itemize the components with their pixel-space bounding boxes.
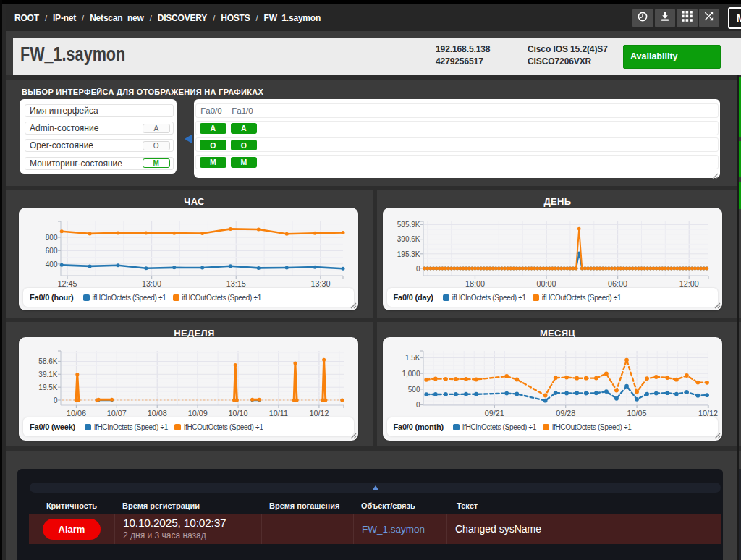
x-tick-label: 18:00 xyxy=(465,279,484,288)
y-tick-label: 585.9K xyxy=(397,221,420,229)
download-button[interactable] xyxy=(655,9,676,28)
object-model-info: Cisco IOS 15.2(4)S7 CISCO7206VXR xyxy=(528,43,608,69)
alarms-table-header: КритичностьВремя регистрацииВремя погаше… xyxy=(29,498,721,514)
resize-handle[interactable] xyxy=(350,432,357,439)
chart-legend-month: Fa0/0 (month)ifHCInOctets (Speed) ÷1ifHC… xyxy=(387,417,719,436)
y-tick-label: 390.6K xyxy=(397,235,420,243)
legend-series-label: ifHCOutOctets (Speed) ÷1 xyxy=(552,423,631,431)
clock-icon xyxy=(637,11,648,25)
y-tick-label: 0 xyxy=(415,401,420,409)
interface-state-row: OO xyxy=(195,137,719,152)
resize-handle[interactable] xyxy=(711,169,719,177)
chart-card-month: 05001,0001.5K09/2109/2810/0510/12Fa0/0 (… xyxy=(383,337,723,441)
legend-series-label: ifHCOutOctets (Speed) ÷1 xyxy=(542,294,621,302)
y-tick-label: 600 xyxy=(46,247,58,255)
interface-state-row: MM xyxy=(195,155,719,169)
alarm-object-link[interactable]: FW_1.saymon xyxy=(362,524,425,535)
x-tick-label: 06:00 xyxy=(608,279,627,288)
chart-title-day: ДЕНЬ xyxy=(544,196,572,207)
dashboard-grid-button[interactable] xyxy=(677,9,698,28)
alarm-row[interactable]: Alarm10.10.2025, 10:02:372 дня и 3 часа … xyxy=(29,514,721,544)
breadcrumb-item-ip-net[interactable]: IP-net xyxy=(53,13,76,23)
x-tick-label: 13:15 xyxy=(226,279,246,288)
breadcrumb-separator: / xyxy=(82,14,84,22)
alarm-registered-time: 10.10.2025, 10:02:37 xyxy=(123,517,261,530)
breadcrumb: ROOT/IP-net/Netscan_new/DISCOVERY/HOSTS/… xyxy=(14,4,321,31)
legend-title: Fa0/0 (month) xyxy=(394,423,444,431)
interface-state-badge-m[interactable]: M xyxy=(200,157,226,168)
interface-state-matrix: Fa0/0Fa1/0AAOOMM xyxy=(194,99,720,178)
alarm-severity-cell: Alarm xyxy=(29,514,114,544)
interface-state-badge-o[interactable]: O xyxy=(231,140,258,150)
breadcrumb-item-root[interactable]: ROOT xyxy=(14,13,39,23)
time-machine-button[interactable] xyxy=(632,9,653,28)
x-tick-label: 10/08 xyxy=(148,409,167,417)
x-tick-label: 10/07 xyxy=(107,409,127,417)
legend-series-item[interactable]: ifHCOutOctets (Speed) ÷1 xyxy=(174,423,263,431)
interface-state-badge-m[interactable]: M xyxy=(231,157,258,168)
chart-card-day: 0195.3K390.6K585.9K18:0000:0006:0012:00F… xyxy=(383,208,723,310)
availability-label: Availability xyxy=(630,51,678,61)
legend-series-swatch xyxy=(83,294,90,301)
y-tick-label: 500 xyxy=(407,386,420,394)
legend-series-swatch xyxy=(443,294,449,301)
os-version: Cisco IOS 15.2(4)S7 xyxy=(528,43,608,56)
chart-legend-day: Fa0/0 (day)ifHCInOctets (Speed) ÷1ifHCOu… xyxy=(387,288,719,307)
x-tick-label: 13:30 xyxy=(310,279,330,288)
y-tick-label: 58.6K xyxy=(38,357,57,365)
section-divider xyxy=(6,75,741,80)
x-tick-label: 13:00 xyxy=(142,279,161,288)
resize-handle[interactable] xyxy=(714,302,721,309)
legend-series-item[interactable]: ifHCOutOctets (Speed) ÷1 xyxy=(533,294,621,302)
interface-legend-label: Имя интерфейса xyxy=(30,106,98,116)
interface-legend-label: Oper-состояние xyxy=(30,140,93,150)
breadcrumb-item-netscan_new[interactable]: Netscan_new xyxy=(90,13,144,23)
availability-button[interactable]: Availability xyxy=(623,45,721,69)
legend-series-item[interactable]: ifHCInOctets (Speed) ÷1 xyxy=(443,294,526,302)
resize-handle[interactable] xyxy=(350,302,357,309)
topbar-button-group xyxy=(632,9,719,28)
breadcrumb-separator: / xyxy=(150,14,152,22)
breadcrumb-item-hosts[interactable]: HOSTS xyxy=(221,13,250,23)
x-tick-label: 10/05 xyxy=(627,409,646,417)
breadcrumb-item-discovery[interactable]: DISCOVERY xyxy=(158,13,207,23)
legend-series-item[interactable]: ifHCOutOctets (Speed) ÷1 xyxy=(173,294,261,302)
chart-legend-week: Fa0/0 (week)ifHCInOctets (Speed) ÷1ifHCO… xyxy=(23,417,354,436)
interface-legend-row: Admin-состояниеA xyxy=(25,122,174,135)
interface-state-badge-a[interactable]: A xyxy=(231,123,258,134)
page-title: FW_1.saymon xyxy=(20,43,125,66)
y-tick-label: 39.1K xyxy=(38,370,57,378)
alarm-col-header: Объект/связь xyxy=(353,498,446,514)
shuffle-button[interactable] xyxy=(699,9,720,28)
interface-legend-row: Мониторинг-состояниеM xyxy=(25,157,174,170)
interface-name-fa1-0[interactable]: Fa1/0 xyxy=(227,104,258,117)
state-type-badge-o[interactable]: O xyxy=(143,141,170,150)
interface-state-legend: Имя интерфейсаAdmin-состояниеAOper-состо… xyxy=(20,99,177,174)
chart-legend-hour: Fa0/0 (hour)ifHCInOctets (Speed) ÷1ifHCO… xyxy=(23,288,354,307)
interface-state-badge-a[interactable]: A xyxy=(200,123,226,134)
legend-series-item[interactable]: ifHCInOctets (Speed) ÷1 xyxy=(85,423,168,431)
legend-series-item[interactable]: ifHCOutOctets (Speed) ÷1 xyxy=(543,423,631,431)
interface-legend-row: Имя интерфейса xyxy=(25,104,174,117)
legend-series-item[interactable]: ifHCInOctets (Speed) ÷1 xyxy=(453,423,536,431)
x-tick-label: 09/21 xyxy=(484,409,504,417)
x-tick-label: 10/10 xyxy=(229,409,248,417)
alarm-col-header: Время регистрации xyxy=(114,498,261,514)
legend-series-label: ifHCInOctets (Speed) ÷1 xyxy=(94,423,168,431)
state-type-badge-a[interactable]: A xyxy=(143,124,170,133)
legend-series-label: ifHCOutOctets (Speed) ÷1 xyxy=(182,294,261,302)
alarms-collapse-bar[interactable] xyxy=(30,483,721,493)
breadcrumb-separator: / xyxy=(256,14,258,22)
interface-name-fa0-0[interactable]: Fa0/0 xyxy=(196,104,226,117)
state-type-badge-m[interactable]: M xyxy=(143,158,170,168)
monitoring-mode-button[interactable]: M xyxy=(728,7,741,29)
legend-series-item[interactable]: ifHCInOctets (Speed) ÷1 xyxy=(83,294,166,302)
interface-state-badge-o[interactable]: O xyxy=(200,140,226,150)
collapse-left-icon[interactable] xyxy=(185,135,192,143)
legend-title: Fa0/0 (week) xyxy=(30,423,75,431)
resize-handle[interactable] xyxy=(714,432,721,439)
alarm-col-header: Критичность xyxy=(29,498,114,514)
alarm-severity-badge: Alarm xyxy=(43,519,101,540)
legend-series-swatch xyxy=(85,424,91,430)
breadcrumb-item-fw_1.saymon[interactable]: FW_1.saymon xyxy=(264,13,321,23)
